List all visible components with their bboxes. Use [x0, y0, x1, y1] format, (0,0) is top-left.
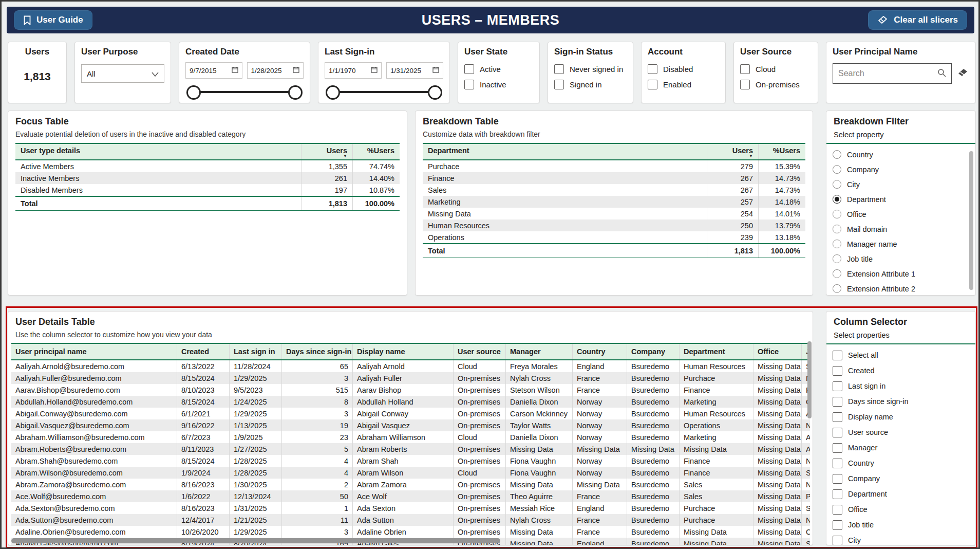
table-row[interactable]: Finance26714.73%	[423, 172, 805, 184]
table-row[interactable]: Purchace27915.39%	[423, 160, 805, 172]
checkbox-unchecked-icon[interactable]	[554, 64, 564, 74]
checkbox-unchecked-icon[interactable]	[833, 505, 842, 515]
column-option-manager[interactable]: Manager	[826, 440, 975, 455]
column-header[interactable]: Company	[627, 344, 679, 359]
radio-option-country[interactable]: Country	[826, 147, 975, 162]
column-option-user-source[interactable]: User source	[826, 425, 975, 440]
table-row[interactable]: Aaliyah.Fuller@bsuredemo.com8/15/20241/2…	[11, 372, 808, 384]
checkbox-unchecked-icon[interactable]	[833, 381, 842, 391]
table-row[interactable]: Abraham.Williamson@bsuredemo.com6/7/2023…	[11, 431, 808, 443]
user-purpose-dropdown[interactable]: All	[81, 64, 164, 83]
column-option-office[interactable]: Office	[826, 502, 975, 517]
table-row[interactable]: Aaliyah.Arnold@bsuredemo.com6/13/202211/…	[11, 360, 808, 372]
checkbox-unchecked-icon[interactable]	[740, 64, 750, 74]
column-header[interactable]: Display name	[352, 344, 453, 359]
checkbox-unchecked-icon[interactable]	[833, 397, 842, 407]
radio-option-manager-name[interactable]: Manager name	[826, 236, 975, 251]
checkbox-unchecked-icon[interactable]	[833, 520, 842, 530]
user-state-option-active[interactable]: Active	[458, 61, 539, 77]
column-option-country[interactable]: Country	[826, 455, 975, 471]
checkbox-unchecked-icon[interactable]	[464, 64, 474, 74]
user-source-option-on-premises[interactable]: On-premises	[734, 77, 818, 92]
column-header[interactable]: User principal name	[11, 344, 177, 359]
column-header[interactable]: Last sign in	[229, 344, 281, 359]
column-header[interactable]: User source	[453, 344, 505, 359]
radio-icon[interactable]	[833, 180, 841, 189]
slider-handle-start[interactable]	[186, 85, 201, 100]
radio-option-company[interactable]: Company	[826, 162, 975, 177]
column-option-created[interactable]: Created	[826, 363, 975, 378]
created-date-start-input[interactable]: 9/7/2015	[185, 62, 242, 79]
column-header[interactable]: Department	[423, 144, 707, 159]
radio-option-office[interactable]: Office	[826, 207, 975, 222]
table-row[interactable]: Abram.Zamora@bsuredemo.com8/16/20231/30/…	[11, 479, 808, 490]
column-option-city[interactable]: City	[826, 533, 975, 545]
vertical-scrollbar[interactable]	[807, 341, 812, 418]
radio-option-job-title[interactable]: Job title	[826, 251, 975, 266]
table-row[interactable]: Marketing25714.18%	[423, 196, 805, 208]
radio-option-extension-attribute-2[interactable]: Extension Attribute 2	[826, 281, 975, 296]
checkbox-unchecked-icon[interactable]	[833, 459, 842, 468]
radio-selected-icon[interactable]	[833, 195, 841, 204]
table-row[interactable]: Adaline.Obrien@bsuredemo.com10/26/20201/…	[11, 526, 808, 538]
column-header-sorted[interactable]: Users▼	[301, 144, 352, 159]
clear-all-slicers-button[interactable]: Clear all slicers	[868, 10, 967, 30]
checkbox-unchecked-icon[interactable]	[833, 443, 842, 453]
table-row[interactable]: Ada.Sexton@bsuredemo.com8/16/20231/31/20…	[11, 502, 808, 514]
column-option-department[interactable]: Department	[826, 486, 975, 502]
user-state-option-inactive[interactable]: Inactive	[458, 77, 539, 92]
sign-in-status-option-signed-in[interactable]: Signed in	[548, 77, 633, 92]
table-row[interactable]: Abigail.Conway@bsuredemo.com6/1/20211/29…	[11, 408, 808, 419]
table-row[interactable]: Ace.Wolf@bsuredemo.com1/6/202212/13/2024…	[11, 490, 808, 502]
column-header[interactable]: Days since sign-in	[281, 344, 352, 359]
checkbox-unchecked-icon[interactable]	[833, 412, 842, 422]
table-row[interactable]: Abigail.Vasquez@bsuredemo.com9/16/20221/…	[11, 419, 808, 431]
radio-option-city[interactable]: City	[826, 177, 975, 192]
slider-handle-end[interactable]	[428, 85, 442, 100]
checkbox-unchecked-icon[interactable]	[833, 536, 842, 545]
radio-icon[interactable]	[833, 225, 841, 233]
table-row[interactable]: Operations23913.18%	[423, 231, 805, 243]
table-row[interactable]: Active Members1,35574.74%	[15, 160, 400, 172]
last-sign-in-end-input[interactable]: 1/31/2025	[386, 62, 443, 79]
horizontal-scrollbar[interactable]	[11, 538, 500, 543]
table-row[interactable]: Sales26714.73%	[423, 184, 805, 196]
column-header[interactable]: Created	[177, 344, 229, 359]
radio-option-department[interactable]: Department	[826, 192, 975, 207]
column-option-select-all[interactable]: Select all	[826, 347, 975, 363]
radio-option-extension-attribute-1[interactable]: Extension Attribute 1	[826, 266, 975, 281]
user-guide-button[interactable]: User Guide	[14, 10, 92, 30]
column-option-days-since-sign-in[interactable]: Days since sign-in	[826, 394, 975, 409]
checkbox-unchecked-icon[interactable]	[833, 366, 842, 376]
radio-option-mail-domain[interactable]: Mail domain	[826, 222, 975, 236]
account-option-disabled[interactable]: Disabled	[642, 61, 725, 77]
table-row[interactable]: Missing Data25414.01%	[423, 208, 805, 219]
checkbox-unchecked-icon[interactable]	[648, 64, 657, 74]
checkbox-unchecked-icon[interactable]	[833, 474, 842, 484]
breakdown-filter-scrollbar[interactable]	[969, 151, 973, 290]
table-row[interactable]: Abram.Wilson@bsuredemo.com1/9/20241/28/2…	[11, 467, 808, 479]
column-header[interactable]: %Users	[758, 144, 805, 159]
radio-icon[interactable]	[833, 165, 841, 174]
clear-search-eraser-icon[interactable]	[957, 67, 969, 80]
column-header-sorted[interactable]: Users▼	[707, 144, 758, 159]
radio-icon[interactable]	[833, 284, 841, 293]
table-row[interactable]: Disabled Members19710.87%	[15, 184, 400, 196]
checkbox-unchecked-icon[interactable]	[554, 80, 564, 89]
table-row[interactable]: Inactive Members26114.40%	[15, 172, 400, 184]
user-source-option-cloud[interactable]: Cloud	[734, 61, 818, 77]
column-header[interactable]: User type details	[15, 144, 301, 159]
radio-icon[interactable]	[833, 150, 841, 159]
column-header[interactable]: Department	[679, 344, 753, 359]
last-sign-in-start-input[interactable]: 1/1/1970	[325, 62, 382, 79]
slider-handle-start[interactable]	[326, 85, 340, 100]
checkbox-unchecked-icon[interactable]	[833, 428, 842, 437]
column-header[interactable]: Office	[753, 344, 801, 359]
radio-icon[interactable]	[833, 210, 841, 218]
column-option-last-sign-in[interactable]: Last sign in	[826, 378, 975, 394]
table-row[interactable]: Abram.Roberts@bsuredemo.com8/11/20231/27…	[11, 443, 808, 455]
column-option-display-name[interactable]: Display name	[826, 409, 975, 425]
table-row[interactable]: Human Resources25013.79%	[423, 219, 805, 231]
table-row[interactable]: Abram.Shah@bsuredemo.com8/15/20241/28/20…	[11, 455, 808, 467]
table-row[interactable]: Ada.Sutton@bsuredemo.com12/4/20171/21/20…	[11, 514, 808, 526]
